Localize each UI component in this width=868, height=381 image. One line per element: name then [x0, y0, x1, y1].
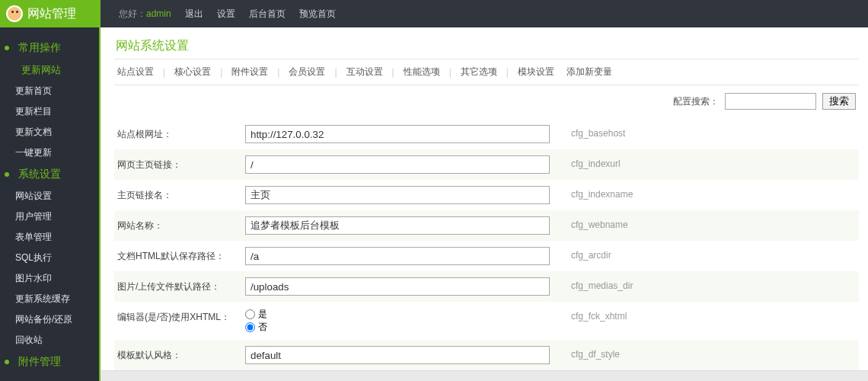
tab[interactable]: 附件设置: [228, 66, 271, 78]
search-button[interactable]: 搜索: [822, 93, 856, 110]
config-label: 网页主页链接：: [117, 155, 239, 171]
sidebar-group[interactable]: 系统设置: [0, 163, 99, 186]
config-var-name: cfg_df_style: [556, 346, 859, 360]
main-content: 网站系统设置 站点设置|核心设置|附件设置|会员设置|互动设置|性能选项|其它选…: [101, 27, 868, 370]
tab-separator: |: [277, 67, 279, 78]
current-user: admin: [146, 8, 171, 19]
bullet-icon: [5, 46, 9, 50]
horizontal-scrollbar[interactable]: [101, 370, 868, 381]
config-var-name: cfg_indexurl: [556, 155, 859, 169]
sidebar-item[interactable]: 用户管理: [0, 207, 99, 227]
config-row: 模板默认风格：cfg_df_style: [114, 340, 859, 370]
tab-separator: |: [449, 67, 452, 78]
config-label: 主页链接名：: [117, 186, 239, 202]
search-row: 配置搜索： 搜索: [114, 85, 859, 119]
config-text-input[interactable]: [245, 155, 550, 174]
sidebar-header: 网站管理: [0, 0, 99, 27]
tab[interactable]: 性能选项: [400, 66, 443, 78]
config-label: 站点根网址：: [117, 125, 239, 141]
greeting: 您好：admin: [119, 8, 171, 21]
sidebar: 网站管理 常用操作更新网站更新首页更新栏目更新文档一键更新系统设置网站设置用户管…: [0, 0, 99, 381]
sidebar-group[interactable]: 附件管理: [0, 351, 99, 373]
config-input-wrap: [245, 125, 550, 143]
radio-input[interactable]: [245, 309, 255, 319]
config-text-input[interactable]: [245, 277, 550, 296]
config-input-wrap: [245, 216, 550, 235]
config-input-wrap: [245, 186, 550, 204]
config-row: 站点根网址：cfg_basehost: [114, 119, 859, 149]
config-label: 模板默认风格：: [117, 346, 239, 362]
config-var-name: cfg_indexname: [556, 186, 859, 200]
config-input-wrap: 是否: [245, 308, 550, 334]
sidebar-item[interactable]: 网站备份/还原: [0, 309, 99, 330]
config-text-input[interactable]: [245, 125, 550, 143]
bullet-icon: [5, 172, 9, 177]
config-row: 主页链接名：cfg_indexname: [114, 180, 859, 210]
config-row: 文档HTML默认保存路径：cfg_arcdir: [114, 241, 859, 271]
config-input-wrap: [245, 346, 550, 364]
config-text-input[interactable]: [245, 346, 550, 364]
tab[interactable]: 添加新变量: [563, 66, 615, 78]
config-label: 图片/上传文件默认路径：: [117, 277, 239, 293]
config-label: 网站名称：: [117, 216, 239, 232]
radio-option[interactable]: 是: [245, 308, 541, 321]
config-row: 图片/上传文件默认路径：cfg_medias_dir: [114, 271, 859, 302]
config-text-input[interactable]: [245, 216, 550, 235]
radio-input[interactable]: [245, 322, 255, 332]
search-input[interactable]: [725, 93, 816, 110]
config-var-name: cfg_medias_dir: [556, 277, 859, 291]
sidebar-items: 常用操作更新网站更新首页更新栏目更新文档一键更新系统设置网站设置用户管理表单管理…: [0, 27, 99, 381]
config-input-wrap: [245, 277, 550, 296]
brand-title: 网站管理: [27, 6, 76, 22]
radio-option[interactable]: 否: [245, 321, 541, 334]
avatar-icon: [6, 5, 23, 22]
config-var-name: cfg_basehost: [556, 125, 859, 139]
tab[interactable]: 站点设置: [114, 66, 157, 78]
tab[interactable]: 模块设置: [515, 66, 557, 78]
config-rows: 站点根网址：cfg_basehost网页主页链接：cfg_indexurl主页链…: [114, 119, 859, 370]
config-tabs: 站点设置|核心设置|附件设置|会员设置|互动设置|性能选项|其它选项|模块设置添…: [114, 59, 859, 85]
tab[interactable]: 会员设置: [286, 66, 328, 78]
config-label: 编辑器(是/否)使用XHTML：: [117, 308, 239, 324]
config-row: 网页主页链接：cfg_indexurl: [114, 149, 859, 180]
topbar-link-logout[interactable]: 退出: [185, 8, 203, 21]
config-input-wrap: [245, 155, 550, 174]
config-var-name: cfg_fck_xhtml: [556, 308, 859, 322]
config-row: 编辑器(是/否)使用XHTML：是否cfg_fck_xhtml: [114, 302, 859, 340]
sidebar-item[interactable]: 更新系统缓存: [0, 289, 99, 309]
sidebar-item[interactable]: 回收站: [0, 330, 99, 351]
page-title: 网站系统设置: [114, 34, 859, 59]
sidebar-item[interactable]: 网站设置: [0, 186, 99, 207]
config-input-wrap: [245, 247, 550, 265]
tab-separator: |: [392, 67, 394, 78]
tab-separator: |: [163, 67, 165, 78]
config-label: 文档HTML默认保存路径：: [117, 247, 239, 263]
main-pane: 您好：admin 退出 设置 后台首页 预览首页 网站系统设置 站点设置|核心设…: [99, 0, 868, 381]
topbar-link-admin-home[interactable]: 后台首页: [249, 8, 286, 21]
bullet-icon: [5, 360, 9, 364]
sidebar-subgroup[interactable]: 更新网站: [0, 59, 99, 81]
sidebar-item[interactable]: 更新首页: [0, 81, 99, 101]
tab[interactable]: 核心设置: [171, 66, 214, 78]
tab-separator: |: [506, 67, 509, 78]
config-row: 网站名称：cfg_webname: [114, 210, 859, 241]
topbar-link-preview-home[interactable]: 预览首页: [299, 8, 336, 21]
sidebar-item[interactable]: 图片水印: [0, 268, 99, 289]
sidebar-item[interactable]: 表单管理: [0, 227, 99, 248]
topbar-link-settings[interactable]: 设置: [217, 8, 235, 21]
sidebar-group[interactable]: 常用操作: [0, 37, 99, 59]
config-var-name: cfg_webname: [556, 216, 859, 230]
tab-separator: |: [220, 67, 222, 78]
tab-separator: |: [334, 67, 337, 78]
sidebar-item[interactable]: SQL执行: [0, 248, 99, 268]
config-var-name: cfg_arcdir: [556, 247, 859, 261]
sidebar-item[interactable]: 一键更新: [0, 142, 99, 163]
search-label: 配置搜索：: [673, 95, 719, 108]
config-text-input[interactable]: [245, 186, 550, 204]
tab[interactable]: 互动设置: [343, 66, 386, 78]
tab[interactable]: 其它选项: [458, 66, 500, 78]
topbar: 您好：admin 退出 设置 后台首页 预览首页: [101, 0, 868, 27]
config-text-input[interactable]: [245, 247, 550, 265]
sidebar-item[interactable]: 更新栏目: [0, 101, 99, 122]
sidebar-item[interactable]: 更新文档: [0, 122, 99, 142]
